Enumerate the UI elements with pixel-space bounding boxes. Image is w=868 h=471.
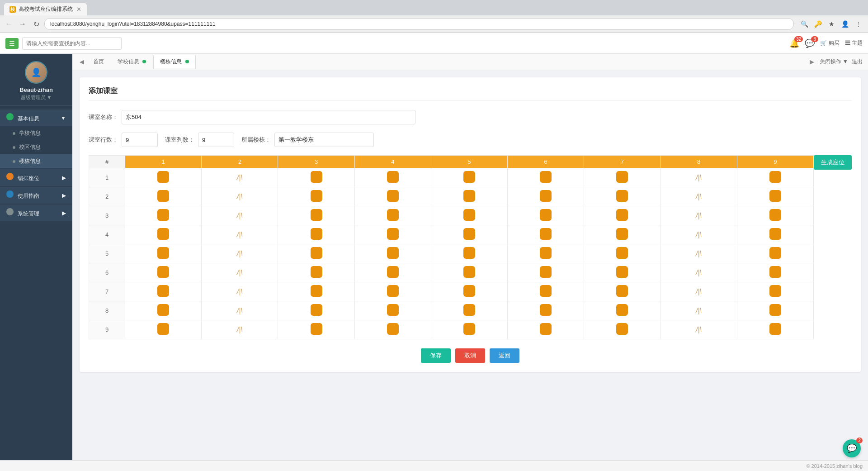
seat-cell-r6-c4[interactable]: [354, 263, 431, 282]
seat-cell-r3-c7[interactable]: [584, 206, 660, 225]
sidebar-group-header-guide[interactable]: 使用指南 ▶: [0, 187, 72, 204]
seat-cell-r9-c8[interactable]: /|\: [660, 320, 737, 339]
seat-cell-r1-c2[interactable]: /|\: [202, 168, 278, 187]
nav-refresh-btn[interactable]: ↻: [31, 19, 42, 29]
classroom-name-input[interactable]: [122, 110, 415, 124]
save-button[interactable]: 保存: [421, 348, 451, 363]
cancel-button[interactable]: 取消: [455, 348, 485, 363]
sidebar-group-header-seating[interactable]: 编排座位 ▶: [0, 169, 72, 186]
seat-cell-r5-c5[interactable]: [431, 244, 507, 263]
header-search-input[interactable]: [22, 37, 122, 50]
seat-cell-r1-c6[interactable]: [508, 168, 584, 187]
seat-cell-r1-c9[interactable]: [737, 168, 813, 187]
tab-close-btn[interactable]: ✕: [76, 6, 81, 13]
seat-cell-r8-c2[interactable]: /|\: [202, 301, 278, 320]
logout-btn[interactable]: 退出: [852, 58, 863, 66]
seat-cell-r8-c5[interactable]: [431, 301, 507, 320]
seat-cell-r7-c5[interactable]: [431, 282, 507, 301]
seat-cell-r9-c3[interactable]: [278, 320, 354, 339]
seat-cell-r5-c2[interactable]: /|\: [202, 244, 278, 263]
seat-cell-r3-c5[interactable]: [431, 206, 507, 225]
seat-cell-r4-c2[interactable]: /|\: [202, 225, 278, 244]
seat-cell-r7-c4[interactable]: [354, 282, 431, 301]
seat-cell-r7-c7[interactable]: [584, 282, 660, 301]
cols-input[interactable]: [198, 133, 234, 147]
seat-cell-r3-c1[interactable]: [125, 206, 202, 225]
seat-cell-r3-c9[interactable]: [737, 206, 813, 225]
address-bar[interactable]: [44, 18, 794, 30]
seat-cell-r2-c5[interactable]: [431, 187, 507, 206]
seat-cell-r6-c1[interactable]: [125, 263, 202, 282]
seat-cell-r2-c1[interactable]: [125, 187, 202, 206]
seat-cell-r4-c6[interactable]: [508, 225, 584, 244]
seat-cell-r9-c6[interactable]: [508, 320, 584, 339]
seat-cell-r2-c7[interactable]: [584, 187, 660, 206]
seat-cell-r1-c1[interactable]: [125, 168, 202, 187]
seat-cell-r5-c1[interactable]: [125, 244, 202, 263]
seat-cell-r8-c8[interactable]: /|\: [660, 301, 737, 320]
shop-btn[interactable]: 🛒 购买: [820, 39, 839, 47]
account-icon-btn[interactable]: 👤: [839, 18, 851, 30]
sidebar-item-campus[interactable]: 校区信息: [0, 140, 72, 154]
nav-forward-btn[interactable]: →: [17, 19, 28, 29]
key-icon-btn[interactable]: 🔑: [812, 18, 824, 30]
zoom-icon-btn[interactable]: 🔍: [798, 18, 810, 30]
breadcrumb-prev-btn[interactable]: ◀: [78, 57, 86, 66]
seat-cell-r2-c9[interactable]: [737, 187, 813, 206]
sidebar-item-school[interactable]: 学校信息: [0, 126, 72, 140]
seat-cell-r6-c7[interactable]: [584, 263, 660, 282]
seat-cell-r3-c8[interactable]: /|\: [660, 206, 737, 225]
seat-cell-r6-c6[interactable]: [508, 263, 584, 282]
back-button[interactable]: 返回: [490, 348, 519, 363]
theme-btn[interactable]: ☰ 主题: [845, 39, 863, 47]
seat-cell-r4-c3[interactable]: [278, 225, 354, 244]
star-icon-btn[interactable]: ★: [826, 18, 837, 30]
building-input[interactable]: [274, 133, 374, 147]
seat-cell-r1-c7[interactable]: [584, 168, 660, 187]
message-icon-btn[interactable]: 💬 8: [805, 38, 815, 48]
seat-cell-r8-c1[interactable]: [125, 301, 202, 320]
seat-cell-r5-c9[interactable]: [737, 244, 813, 263]
sidebar-item-building[interactable]: 楼栋信息: [0, 154, 72, 168]
seat-cell-r6-c5[interactable]: [431, 263, 507, 282]
seat-cell-r3-c3[interactable]: [278, 206, 354, 225]
seat-cell-r2-c3[interactable]: [278, 187, 354, 206]
seat-cell-r4-c1[interactable]: [125, 225, 202, 244]
seat-cell-r6-c3[interactable]: [278, 263, 354, 282]
seat-cell-r7-c9[interactable]: [737, 282, 813, 301]
breadcrumb-building-tab[interactable]: 楼栋信息: [153, 55, 195, 69]
seat-cell-r6-c9[interactable]: [737, 263, 813, 282]
generate-seats-btn[interactable]: 生成座位: [814, 155, 852, 170]
seat-cell-r5-c3[interactable]: [278, 244, 354, 263]
seat-cell-r7-c6[interactable]: [508, 282, 584, 301]
breadcrumb-school-tab[interactable]: 学校信息: [111, 55, 152, 68]
seat-cell-r5-c7[interactable]: [584, 244, 660, 263]
rows-input[interactable]: [122, 133, 158, 147]
seat-cell-r4-c5[interactable]: [431, 225, 507, 244]
seat-cell-r4-c8[interactable]: /|\: [660, 225, 737, 244]
seat-cell-r7-c1[interactable]: [125, 282, 202, 301]
chat-bubble-btn[interactable]: 💬 2: [843, 439, 861, 457]
seat-cell-r9-c7[interactable]: [584, 320, 660, 339]
seat-cell-r2-c8[interactable]: /|\: [660, 187, 737, 206]
seat-cell-r1-c5[interactable]: [431, 168, 507, 187]
seat-cell-r7-c3[interactable]: [278, 282, 354, 301]
seat-cell-r4-c9[interactable]: [737, 225, 813, 244]
seat-cell-r4-c4[interactable]: [354, 225, 431, 244]
seat-cell-r3-c6[interactable]: [508, 206, 584, 225]
seat-cell-r7-c8[interactable]: /|\: [660, 282, 737, 301]
browser-tab-active[interactable]: 校 高校考试座位编排系统 ✕: [4, 3, 87, 15]
seat-cell-r2-c6[interactable]: [508, 187, 584, 206]
breadcrumb-home-tab[interactable]: 首页: [87, 55, 110, 68]
seat-cell-r5-c8[interactable]: /|\: [660, 244, 737, 263]
seat-cell-r8-c7[interactable]: [584, 301, 660, 320]
seat-cell-r9-c9[interactable]: [737, 320, 813, 339]
seat-cell-r9-c4[interactable]: [354, 320, 431, 339]
seat-cell-r9-c2[interactable]: /|\: [202, 320, 278, 339]
seat-cell-r8-c4[interactable]: [354, 301, 431, 320]
seat-cell-r1-c8[interactable]: /|\: [660, 168, 737, 187]
seat-cell-r6-c8[interactable]: /|\: [660, 263, 737, 282]
seat-cell-r5-c6[interactable]: [508, 244, 584, 263]
sidebar-group-header-basic[interactable]: 基本信息 ▼: [0, 109, 72, 126]
sidebar-group-header-system[interactable]: 系统管理 ▶: [0, 205, 72, 221]
